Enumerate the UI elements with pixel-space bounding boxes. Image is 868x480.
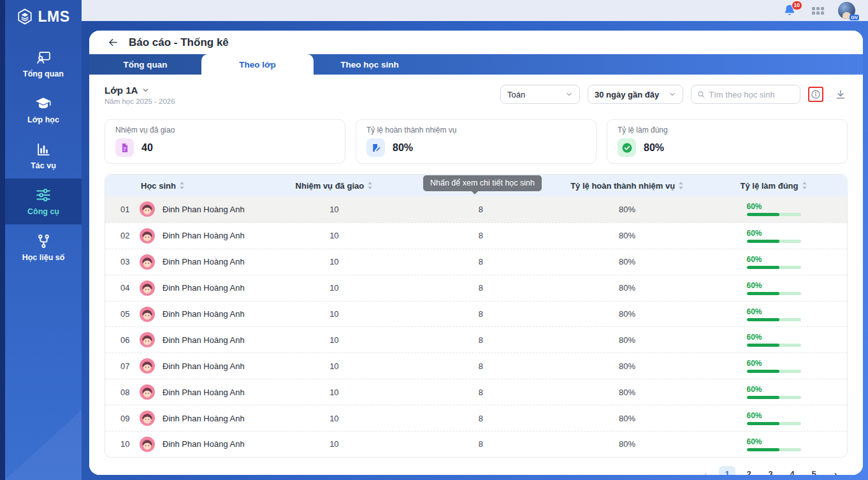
table-row[interactable]: 03 Đinh Phan Hoàng Anh 10 8 80% 60%: [105, 249, 847, 275]
progress-fill: [747, 396, 779, 399]
table-row[interactable]: 02 Đinh Phan Hoàng Anh 10 8 80% 60%: [105, 222, 847, 249]
row-stt: 04: [120, 283, 132, 293]
progress-track: [747, 344, 801, 347]
search-icon: [697, 90, 705, 99]
correct-rate-cell: 60%: [700, 307, 847, 321]
row-stt: 08: [120, 388, 132, 397]
pagination-prev-button[interactable]: ‹: [697, 466, 714, 475]
table-row[interactable]: 01 Đinh Phan Hoàng Anh 10 8 80% 60%: [105, 196, 847, 222]
student-name: Đinh Phan Hoàng Anh: [163, 257, 245, 266]
tab-theo-hoc-sinh[interactable]: Theo học sinh: [314, 54, 426, 75]
sidebar-item-tong-quan[interactable]: Tổng quan: [5, 41, 82, 87]
tab-tong-quan[interactable]: Tổng quan: [89, 54, 201, 75]
correct-rate-label: 60%: [747, 255, 801, 264]
search-input[interactable]: [709, 90, 794, 99]
progress-fill: [747, 370, 779, 373]
pencil-doc-icon: [366, 138, 385, 157]
student-name: Đinh Phan Hoàng Anh: [163, 231, 245, 240]
assigned-cell: 10: [261, 388, 407, 397]
sidebar-item-label: Tổng quan: [23, 69, 64, 78]
correct-rate-cell: 60%: [700, 229, 847, 243]
row-stt: 05: [120, 309, 132, 319]
completed-cell: 8: [407, 335, 554, 345]
assigned-cell: 10: [261, 335, 407, 345]
subject-select[interactable]: Toán: [500, 85, 580, 104]
table-row[interactable]: 07 Đinh Phan Hoàng Anh 10 8 80% 60%: [105, 353, 847, 379]
completion-rate-cell: 80%: [554, 361, 700, 371]
app-logo[interactable]: LMS: [5, 1, 82, 32]
pagination-page-2[interactable]: 2: [741, 466, 757, 475]
table-row[interactable]: 04 Đinh Phan Hoàng Anh 10 8 80% 60%: [105, 275, 847, 301]
tab-theo-lop[interactable]: Theo lớp: [201, 54, 314, 75]
lms-logo-icon: [17, 8, 33, 25]
student-cell: 05 Đinh Phan Hoàng Anh: [105, 307, 261, 322]
column-header-correct-rate[interactable]: Tỷ lệ làm đúng: [700, 181, 847, 191]
pagination-next-button[interactable]: ›: [827, 466, 844, 475]
table-row[interactable]: 09 Đinh Phan Hoàng Anh 10 8 80% 60%: [105, 405, 847, 431]
table-row[interactable]: 06 Đinh Phan Hoàng Anh 10 8 80% 60%: [105, 326, 847, 353]
download-icon: [835, 89, 846, 100]
completion-rate-cell: 80%: [554, 257, 700, 266]
table-row[interactable]: 05 Đinh Phan Hoàng Anh 10 8 80% 60%: [105, 301, 847, 327]
student-name: Đinh Phan Hoàng Anh: [163, 439, 245, 449]
back-button[interactable]: [106, 36, 120, 50]
correct-rate-label: 60%: [747, 307, 801, 316]
sidebar-item-tac-vu[interactable]: Tác vụ: [5, 133, 82, 178]
column-header-assigned[interactable]: Nhiệm vụ đã giao: [261, 181, 407, 191]
pagination-page-5[interactable]: 5: [806, 466, 822, 475]
sidebar-item-lop-hoc[interactable]: Lớp học: [5, 87, 82, 133]
sidebar-item-cong-cu[interactable]: Công cụ: [5, 178, 82, 224]
students-table: Nhấn để xem chi tiết học sinh Học sinh N…: [105, 174, 848, 458]
progress-track: [747, 318, 801, 321]
completed-cell: 8: [407, 283, 554, 293]
completed-cell: 8: [407, 388, 554, 397]
table-row[interactable]: 10 Đinh Phan Hoàng Anh 10 8 80% 60%: [105, 431, 847, 457]
pagination-page-4[interactable]: 4: [784, 466, 800, 475]
user-avatar[interactable]: GV: [838, 2, 855, 19]
role-badge: GV: [850, 15, 859, 21]
bar-chart-icon: [35, 141, 52, 157]
column-header-completion-rate[interactable]: Tỷ lệ hoàn thành nhiệm vụ: [554, 181, 700, 191]
info-button-annotation-box[interactable]: [808, 87, 823, 102]
column-header-student[interactable]: Học sinh: [105, 181, 261, 191]
progress-fill: [747, 240, 779, 243]
correct-rate-cell: 60%: [700, 202, 847, 216]
row-stt: 03: [120, 257, 132, 266]
stat-card-assigned: Nhiệm vụ đã giao 40: [105, 119, 345, 164]
row-stt: 09: [120, 414, 132, 423]
class-dropdown[interactable]: Lớp 1A: [105, 85, 175, 96]
student-cell: 06 Đinh Phan Hoàng Anh: [105, 332, 261, 347]
student-name: Đinh Phan Hoàng Anh: [163, 335, 245, 345]
progress-track: [747, 422, 801, 425]
download-button[interactable]: [834, 87, 848, 101]
sort-icon: [367, 182, 373, 189]
sidebar-nav: Tổng quan Lớp học Tác vụ: [5, 41, 82, 270]
stat-card-correct: Tỷ lệ làm đúng 80%: [607, 119, 848, 164]
filter-controls: Toán 30 ngày gần đây: [500, 85, 848, 104]
completed-cell: 8: [407, 414, 554, 423]
completed-cell: 8: [407, 205, 554, 214]
date-range-select[interactable]: 30 ngày gần đây: [588, 85, 683, 104]
git-branch-icon: [35, 233, 52, 249]
sidebar-item-label: Lớp học: [27, 115, 59, 124]
apps-grid-button[interactable]: [812, 7, 824, 15]
main-panel: Báo cáo - Thống kê Tổng quan Theo lớp Th…: [89, 31, 863, 475]
stat-card-completion: Tỷ lệ hoàn thành nhiệm vụ 80%: [356, 119, 597, 164]
class-name: Lớp 1A: [105, 85, 138, 96]
progress-fill: [747, 266, 779, 269]
table-row[interactable]: 08 Đinh Phan Hoàng Anh 10 8 80% 60%: [105, 379, 847, 405]
row-stt: 10: [120, 439, 132, 449]
student-cell: 07 Đinh Phan Hoàng Anh: [105, 358, 261, 374]
assigned-cell: 10: [261, 361, 407, 371]
sidebar-item-hoc-lieu-so[interactable]: Học liệu số: [5, 224, 82, 270]
correct-rate-label: 60%: [747, 359, 801, 368]
completion-rate-cell: 80%: [554, 231, 700, 240]
row-stt: 01: [120, 205, 132, 214]
notification-bell-button[interactable]: 10: [783, 3, 798, 18]
pagination-page-1[interactable]: 1: [719, 466, 735, 475]
pagination-page-3[interactable]: 3: [762, 466, 779, 475]
assigned-cell: 10: [261, 283, 407, 293]
search-box: [691, 85, 800, 104]
completion-rate-cell: 80%: [554, 414, 700, 423]
document-icon: [115, 138, 134, 157]
